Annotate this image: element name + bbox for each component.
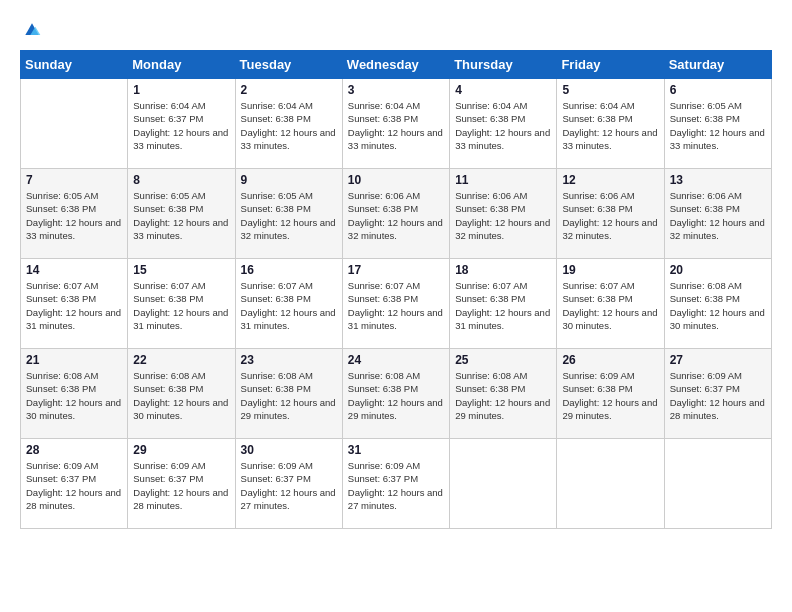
- day-info: Sunrise: 6:08 AMSunset: 6:38 PMDaylight:…: [670, 279, 766, 332]
- day-number: 2: [241, 83, 337, 97]
- day-header-monday: Monday: [128, 51, 235, 79]
- day-cell: 18Sunrise: 6:07 AMSunset: 6:38 PMDayligh…: [450, 259, 557, 349]
- day-cell: 4Sunrise: 6:04 AMSunset: 6:38 PMDaylight…: [450, 79, 557, 169]
- day-cell: 23Sunrise: 6:08 AMSunset: 6:38 PMDayligh…: [235, 349, 342, 439]
- day-cell: 20Sunrise: 6:08 AMSunset: 6:38 PMDayligh…: [664, 259, 771, 349]
- day-cell: 5Sunrise: 6:04 AMSunset: 6:38 PMDaylight…: [557, 79, 664, 169]
- day-number: 13: [670, 173, 766, 187]
- day-info: Sunrise: 6:07 AMSunset: 6:38 PMDaylight:…: [241, 279, 337, 332]
- day-info: Sunrise: 6:04 AMSunset: 6:38 PMDaylight:…: [562, 99, 658, 152]
- day-info: Sunrise: 6:07 AMSunset: 6:38 PMDaylight:…: [562, 279, 658, 332]
- day-info: Sunrise: 6:07 AMSunset: 6:38 PMDaylight:…: [455, 279, 551, 332]
- day-number: 28: [26, 443, 122, 457]
- day-number: 17: [348, 263, 444, 277]
- day-cell: 12Sunrise: 6:06 AMSunset: 6:38 PMDayligh…: [557, 169, 664, 259]
- header-row: SundayMondayTuesdayWednesdayThursdayFrid…: [21, 51, 772, 79]
- day-cell: 11Sunrise: 6:06 AMSunset: 6:38 PMDayligh…: [450, 169, 557, 259]
- calendar-container: SundayMondayTuesdayWednesdayThursdayFrid…: [10, 50, 782, 539]
- day-info: Sunrise: 6:08 AMSunset: 6:38 PMDaylight:…: [348, 369, 444, 422]
- day-cell: 8Sunrise: 6:05 AMSunset: 6:38 PMDaylight…: [128, 169, 235, 259]
- day-cell: 24Sunrise: 6:08 AMSunset: 6:38 PMDayligh…: [342, 349, 449, 439]
- day-cell: 6Sunrise: 6:05 AMSunset: 6:38 PMDaylight…: [664, 79, 771, 169]
- day-cell: 17Sunrise: 6:07 AMSunset: 6:38 PMDayligh…: [342, 259, 449, 349]
- day-cell: 29Sunrise: 6:09 AMSunset: 6:37 PMDayligh…: [128, 439, 235, 529]
- day-header-friday: Friday: [557, 51, 664, 79]
- day-number: 26: [562, 353, 658, 367]
- day-cell: [450, 439, 557, 529]
- day-number: 22: [133, 353, 229, 367]
- day-cell: 15Sunrise: 6:07 AMSunset: 6:38 PMDayligh…: [128, 259, 235, 349]
- day-number: 23: [241, 353, 337, 367]
- day-number: 31: [348, 443, 444, 457]
- day-header-saturday: Saturday: [664, 51, 771, 79]
- week-row-5: 28Sunrise: 6:09 AMSunset: 6:37 PMDayligh…: [21, 439, 772, 529]
- day-info: Sunrise: 6:06 AMSunset: 6:38 PMDaylight:…: [455, 189, 551, 242]
- day-cell: 2Sunrise: 6:04 AMSunset: 6:38 PMDaylight…: [235, 79, 342, 169]
- day-number: 11: [455, 173, 551, 187]
- day-number: 29: [133, 443, 229, 457]
- day-cell: 30Sunrise: 6:09 AMSunset: 6:37 PMDayligh…: [235, 439, 342, 529]
- day-number: 10: [348, 173, 444, 187]
- day-number: 12: [562, 173, 658, 187]
- day-cell: 25Sunrise: 6:08 AMSunset: 6:38 PMDayligh…: [450, 349, 557, 439]
- week-row-1: 1Sunrise: 6:04 AMSunset: 6:37 PMDaylight…: [21, 79, 772, 169]
- day-cell: [21, 79, 128, 169]
- day-header-tuesday: Tuesday: [235, 51, 342, 79]
- day-cell: 1Sunrise: 6:04 AMSunset: 6:37 PMDaylight…: [128, 79, 235, 169]
- day-info: Sunrise: 6:07 AMSunset: 6:38 PMDaylight:…: [133, 279, 229, 332]
- day-header-thursday: Thursday: [450, 51, 557, 79]
- day-info: Sunrise: 6:09 AMSunset: 6:37 PMDaylight:…: [348, 459, 444, 512]
- day-cell: 28Sunrise: 6:09 AMSunset: 6:37 PMDayligh…: [21, 439, 128, 529]
- day-number: 6: [670, 83, 766, 97]
- day-cell: 22Sunrise: 6:08 AMSunset: 6:38 PMDayligh…: [128, 349, 235, 439]
- day-number: 19: [562, 263, 658, 277]
- calendar-table: SundayMondayTuesdayWednesdayThursdayFrid…: [20, 50, 772, 529]
- day-info: Sunrise: 6:05 AMSunset: 6:38 PMDaylight:…: [26, 189, 122, 242]
- day-cell: 7Sunrise: 6:05 AMSunset: 6:38 PMDaylight…: [21, 169, 128, 259]
- day-info: Sunrise: 6:06 AMSunset: 6:38 PMDaylight:…: [670, 189, 766, 242]
- day-header-sunday: Sunday: [21, 51, 128, 79]
- day-number: 18: [455, 263, 551, 277]
- day-info: Sunrise: 6:08 AMSunset: 6:38 PMDaylight:…: [26, 369, 122, 422]
- day-cell: 9Sunrise: 6:05 AMSunset: 6:38 PMDaylight…: [235, 169, 342, 259]
- day-number: 14: [26, 263, 122, 277]
- day-cell: 3Sunrise: 6:04 AMSunset: 6:38 PMDaylight…: [342, 79, 449, 169]
- day-number: 16: [241, 263, 337, 277]
- day-info: Sunrise: 6:05 AMSunset: 6:38 PMDaylight:…: [133, 189, 229, 242]
- day-info: Sunrise: 6:04 AMSunset: 6:38 PMDaylight:…: [348, 99, 444, 152]
- day-header-wednesday: Wednesday: [342, 51, 449, 79]
- week-row-2: 7Sunrise: 6:05 AMSunset: 6:38 PMDaylight…: [21, 169, 772, 259]
- day-number: 5: [562, 83, 658, 97]
- day-cell: 10Sunrise: 6:06 AMSunset: 6:38 PMDayligh…: [342, 169, 449, 259]
- day-info: Sunrise: 6:06 AMSunset: 6:38 PMDaylight:…: [562, 189, 658, 242]
- day-cell: 19Sunrise: 6:07 AMSunset: 6:38 PMDayligh…: [557, 259, 664, 349]
- day-info: Sunrise: 6:04 AMSunset: 6:38 PMDaylight:…: [455, 99, 551, 152]
- logo: [20, 20, 42, 45]
- day-number: 24: [348, 353, 444, 367]
- day-info: Sunrise: 6:08 AMSunset: 6:38 PMDaylight:…: [133, 369, 229, 422]
- day-cell: 21Sunrise: 6:08 AMSunset: 6:38 PMDayligh…: [21, 349, 128, 439]
- day-info: Sunrise: 6:08 AMSunset: 6:38 PMDaylight:…: [241, 369, 337, 422]
- day-number: 30: [241, 443, 337, 457]
- day-cell: 13Sunrise: 6:06 AMSunset: 6:38 PMDayligh…: [664, 169, 771, 259]
- day-number: 4: [455, 83, 551, 97]
- day-info: Sunrise: 6:08 AMSunset: 6:38 PMDaylight:…: [455, 369, 551, 422]
- day-cell: [557, 439, 664, 529]
- week-row-4: 21Sunrise: 6:08 AMSunset: 6:38 PMDayligh…: [21, 349, 772, 439]
- day-cell: 31Sunrise: 6:09 AMSunset: 6:37 PMDayligh…: [342, 439, 449, 529]
- day-number: 20: [670, 263, 766, 277]
- day-info: Sunrise: 6:07 AMSunset: 6:38 PMDaylight:…: [348, 279, 444, 332]
- day-number: 3: [348, 83, 444, 97]
- day-info: Sunrise: 6:09 AMSunset: 6:37 PMDaylight:…: [26, 459, 122, 512]
- week-row-3: 14Sunrise: 6:07 AMSunset: 6:38 PMDayligh…: [21, 259, 772, 349]
- day-number: 1: [133, 83, 229, 97]
- day-info: Sunrise: 6:04 AMSunset: 6:38 PMDaylight:…: [241, 99, 337, 152]
- header: [10, 10, 782, 50]
- logo-icon: [22, 20, 42, 40]
- day-info: Sunrise: 6:07 AMSunset: 6:38 PMDaylight:…: [26, 279, 122, 332]
- day-cell: 14Sunrise: 6:07 AMSunset: 6:38 PMDayligh…: [21, 259, 128, 349]
- day-number: 8: [133, 173, 229, 187]
- day-info: Sunrise: 6:09 AMSunset: 6:37 PMDaylight:…: [670, 369, 766, 422]
- day-info: Sunrise: 6:09 AMSunset: 6:38 PMDaylight:…: [562, 369, 658, 422]
- day-info: Sunrise: 6:04 AMSunset: 6:37 PMDaylight:…: [133, 99, 229, 152]
